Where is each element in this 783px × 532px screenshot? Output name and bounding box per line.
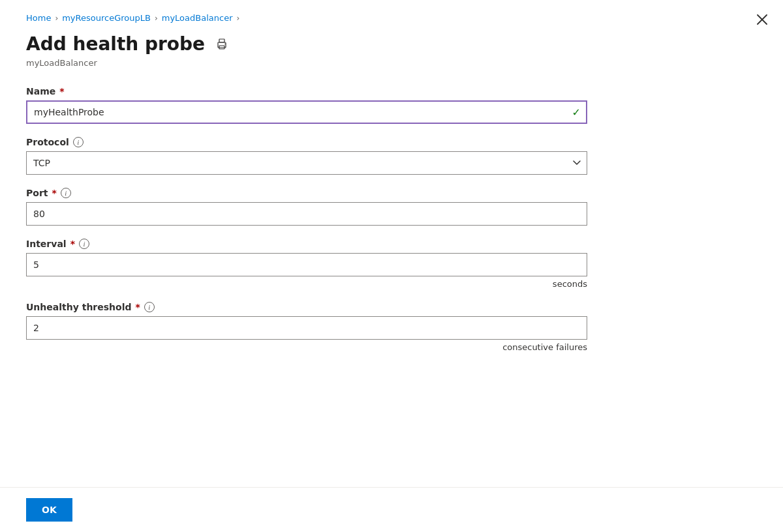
port-label: Port * i <box>26 188 587 198</box>
name-label: Name * <box>26 86 587 96</box>
protocol-select[interactable]: TCP HTTP HTTPS <box>26 151 587 175</box>
port-group: Port * i <box>26 188 587 226</box>
unhealthy-threshold-label: Unhealthy threshold * i <box>26 302 587 312</box>
print-icon[interactable] <box>213 35 231 53</box>
interval-hint: seconds <box>26 279 587 289</box>
interval-input-wrapper <box>26 253 587 276</box>
header-left: Add health probe <box>26 33 231 55</box>
port-input-wrapper <box>26 202 587 226</box>
breadcrumb-sep-3: › <box>236 14 239 23</box>
name-input[interactable] <box>26 100 587 124</box>
unhealthy-threshold-input-wrapper <box>26 316 587 340</box>
interval-label: Interval * i <box>26 239 587 249</box>
svg-point-3 <box>224 43 226 44</box>
protocol-select-wrapper: TCP HTTP HTTPS <box>26 151 587 175</box>
breadcrumb: Home › myResourceGroupLB › myLoadBalance… <box>26 13 757 23</box>
breadcrumb-resource-group[interactable]: myResourceGroupLB <box>62 13 151 23</box>
name-input-wrapper: ✓ <box>26 100 587 124</box>
page-container: Home › myResourceGroupLB › myLoadBalance… <box>0 0 783 532</box>
svg-rect-1 <box>219 39 224 42</box>
protocol-label: Protocol i <box>26 137 587 147</box>
port-required: * <box>52 188 56 198</box>
interval-group: Interval * i seconds <box>26 239 587 289</box>
unhealthy-threshold-hint: consecutive failures <box>26 342 587 352</box>
unhealthy-threshold-group: Unhealthy threshold * i consecutive fail… <box>26 302 587 352</box>
port-input[interactable] <box>26 202 587 226</box>
unhealthy-threshold-input[interactable] <box>26 316 587 340</box>
unhealthy-threshold-required: * <box>136 302 140 312</box>
name-check-icon: ✓ <box>572 106 581 118</box>
subtitle: myLoadBalancer <box>26 58 757 68</box>
interval-info-icon[interactable]: i <box>79 239 89 249</box>
breadcrumb-sep-2: › <box>155 14 158 23</box>
protocol-group: Protocol i TCP HTTP HTTPS <box>26 137 587 175</box>
breadcrumb-home[interactable]: Home <box>26 13 51 23</box>
footer: OK <box>26 488 757 532</box>
protocol-info-icon[interactable]: i <box>73 137 84 147</box>
breadcrumb-load-balancer[interactable]: myLoadBalancer <box>162 13 233 23</box>
breadcrumb-sep-1: › <box>55 14 58 23</box>
page-title: Add health probe <box>26 33 205 55</box>
interval-required: * <box>70 239 75 249</box>
port-info-icon[interactable]: i <box>61 188 71 198</box>
interval-input[interactable] <box>26 253 587 276</box>
name-required: * <box>59 86 64 96</box>
form: Name * ✓ Protocol i TCP HTTP HTTPS <box>26 86 587 365</box>
unhealthy-threshold-info-icon[interactable]: i <box>144 302 155 312</box>
header-row: Add health probe <box>26 33 757 55</box>
ok-button[interactable]: OK <box>26 498 72 522</box>
close-icon[interactable] <box>754 12 770 27</box>
name-group: Name * ✓ <box>26 86 587 124</box>
